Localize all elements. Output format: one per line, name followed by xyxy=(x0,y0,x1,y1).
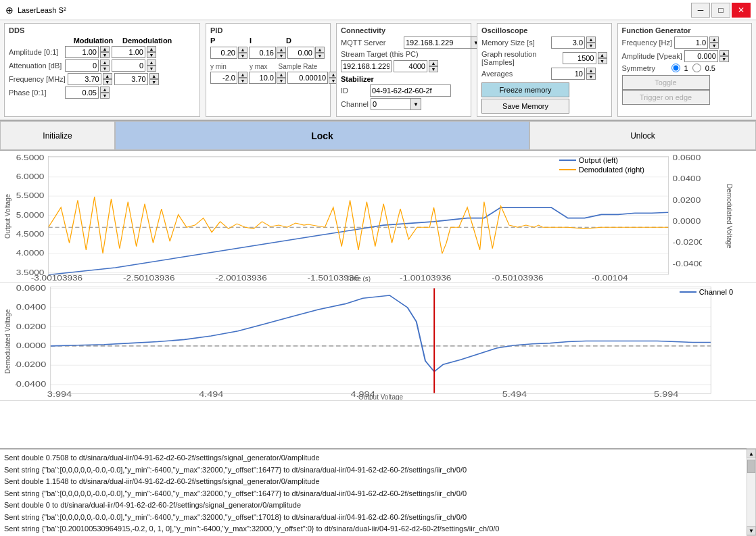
log-scrollbar[interactable]: ▲ ▼ xyxy=(747,448,756,536)
stream-port-input[interactable] xyxy=(394,60,427,72)
sample-rate-input[interactable] xyxy=(287,72,328,84)
mod-phase-input[interactable] xyxy=(65,87,99,99)
mod-phase-down[interactable]: ▼ xyxy=(100,93,110,99)
fg-freq-down[interactable]: ▼ xyxy=(709,43,719,49)
log-area[interactable]: Sent double 0.7508 to dt/sinara/dual-iir… xyxy=(0,448,747,536)
y-min-down[interactable]: ▼ xyxy=(238,78,247,84)
y-max-down[interactable]: ▼ xyxy=(277,78,286,84)
y-min-input[interactable] xyxy=(210,72,237,84)
unlock-button[interactable]: Unlock xyxy=(529,121,756,150)
port-up[interactable]: ▲ xyxy=(429,60,438,66)
pid-values-row: ▲▼ ▲▼ ▲▼ xyxy=(210,47,326,59)
pid-p-up[interactable]: ▲ xyxy=(238,47,247,53)
symmetry-radio-group: 1 0.5 xyxy=(671,64,715,72)
top-chart-legend: Output (left) Demodulated (right) xyxy=(559,156,644,175)
mod-phase-up[interactable]: ▲ xyxy=(100,87,110,93)
averages-input[interactable] xyxy=(551,68,585,80)
freeze-memory-button[interactable]: Freeze memory xyxy=(481,82,569,97)
demod-atten-down[interactable]: ▼ xyxy=(147,66,156,72)
mod-freq-input[interactable] xyxy=(68,73,101,85)
svg-text:0.0600: 0.0600 xyxy=(673,153,701,162)
mod-amp-down[interactable]: ▼ xyxy=(100,52,110,58)
graph-res-input[interactable] xyxy=(563,52,596,64)
pid-d-input[interactable] xyxy=(287,47,314,59)
avg-up[interactable]: ▲ xyxy=(586,68,596,74)
channel-dropdown[interactable]: ▼ xyxy=(410,98,421,110)
mod-atten-up[interactable]: ▲ xyxy=(100,59,110,66)
channel-input[interactable] xyxy=(371,98,411,110)
mem-down[interactable]: ▼ xyxy=(586,43,596,49)
svg-text:0.0400: 0.0400 xyxy=(16,302,46,311)
res-down[interactable]: ▼ xyxy=(598,58,607,64)
scroll-down-button[interactable]: ▼ xyxy=(747,526,756,535)
mem-up[interactable]: ▲ xyxy=(586,36,596,43)
pid-i-up[interactable]: ▲ xyxy=(277,47,286,53)
demod-atten-up[interactable]: ▲ xyxy=(147,59,156,66)
output-legend-label: Output (left) xyxy=(579,156,618,164)
demod-amplitude-input[interactable] xyxy=(112,46,145,58)
mod-atten-input[interactable] xyxy=(65,59,99,72)
log-line: Sent string {"ba":[0,0,0,0,0,-0.0,-0.0],… xyxy=(4,464,742,476)
lock-button[interactable]: Lock xyxy=(115,121,529,150)
fg-freq-input[interactable] xyxy=(674,36,708,49)
output-legend-line xyxy=(559,160,576,161)
avg-down[interactable]: ▼ xyxy=(586,74,596,80)
scroll-thumb[interactable] xyxy=(747,460,755,473)
demod-freq-input[interactable] xyxy=(114,73,148,85)
scroll-up-button[interactable]: ▲ xyxy=(747,449,756,458)
symmetry-radio-05[interactable] xyxy=(692,64,701,72)
y-max-up[interactable]: ▲ xyxy=(277,72,286,78)
mqtt-input[interactable] xyxy=(404,36,471,49)
trigger-button[interactable]: Trigger on edge xyxy=(622,90,710,105)
pid-i-input[interactable] xyxy=(249,47,276,59)
connectivity-section: Connectivity MQTT Server ▼ Stream Target… xyxy=(336,23,471,117)
close-button[interactable]: ✕ xyxy=(732,3,751,18)
demod-freq-down[interactable]: ▼ xyxy=(149,79,159,85)
save-memory-button[interactable]: Save Memory xyxy=(481,99,569,114)
log-line: Sent double 1.1548 to dt/sinara/dual-iir… xyxy=(4,476,742,487)
svg-text:0.0000: 0.0000 xyxy=(673,217,701,226)
svg-text:-0.0200: -0.0200 xyxy=(15,360,46,369)
minimize-button[interactable]: ─ xyxy=(691,3,710,18)
demod-amp-up[interactable]: ▲ xyxy=(147,46,156,52)
mod-atten-down[interactable]: ▼ xyxy=(100,66,110,72)
demod-atten-input[interactable] xyxy=(112,59,145,72)
toggle-button[interactable]: Toggle xyxy=(622,75,710,90)
demod-freq-up[interactable]: ▲ xyxy=(149,73,159,79)
pid-i-down[interactable]: ▼ xyxy=(277,53,286,59)
fg-amp-input[interactable] xyxy=(684,50,718,62)
y-min-label: y min xyxy=(210,63,227,70)
pid-p-down[interactable]: ▼ xyxy=(238,53,247,59)
pid-d-up[interactable]: ▲ xyxy=(315,47,325,53)
mod-amplitude-input[interactable] xyxy=(65,46,99,58)
memory-size-input[interactable] xyxy=(551,36,585,49)
stabilizer-label: Stabilizer xyxy=(341,75,374,83)
demod-amp-down[interactable]: ▼ xyxy=(147,52,156,58)
y-max-input[interactable] xyxy=(249,72,276,84)
pid-d-down[interactable]: ▼ xyxy=(315,53,325,59)
svg-text:0.0200: 0.0200 xyxy=(16,322,46,331)
fg-amp-up[interactable]: ▲ xyxy=(719,50,729,56)
pid-p-input[interactable] xyxy=(210,47,237,59)
stream-ip-input[interactable] xyxy=(341,60,392,72)
fg-amp-down[interactable]: ▼ xyxy=(719,56,729,62)
initialize-button[interactable]: Initialize xyxy=(0,121,115,150)
averages-row: Averages ▲▼ xyxy=(481,68,607,80)
symmetry-radio-1[interactable] xyxy=(671,64,680,72)
fg-freq-up[interactable]: ▲ xyxy=(709,36,719,43)
maximize-button[interactable]: □ xyxy=(711,3,730,18)
y-min-up[interactable]: ▲ xyxy=(238,72,247,78)
bottom-chart-container: Demodulated Voltage 0.0600 0.040 xyxy=(0,283,756,401)
port-down[interactable]: ▼ xyxy=(429,66,438,72)
title-bar: ⊕ LaserLeash S² ─ □ ✕ xyxy=(0,0,756,20)
symmetry-05-label: 0.5 xyxy=(705,64,715,72)
mod-freq-down[interactable]: ▼ xyxy=(103,79,112,85)
mod-amp-up[interactable]: ▲ xyxy=(100,46,110,52)
stab-id-input[interactable] xyxy=(370,84,451,97)
sample-rate-label: Sample Rate xyxy=(279,63,318,70)
svg-text:6.0000: 6.0000 xyxy=(16,172,45,181)
stream-label-row: Stream Target (this PC) xyxy=(341,50,467,58)
dds-demod-header: Demodulation xyxy=(122,36,172,45)
mod-freq-up[interactable]: ▲ xyxy=(103,73,112,79)
res-up[interactable]: ▲ xyxy=(598,52,607,58)
